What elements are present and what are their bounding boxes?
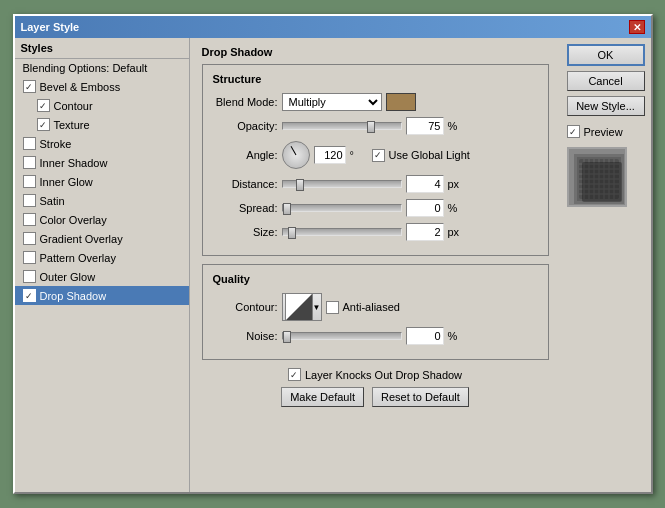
layer-knocks-checkbox[interactable] — [288, 368, 301, 381]
sidebar-item-inner-glow[interactable]: Inner Glow — [15, 172, 189, 191]
noise-input[interactable]: 0 — [406, 327, 444, 345]
distance-input[interactable]: 4 — [406, 175, 444, 193]
contour-label: Contour: — [213, 301, 278, 313]
sidebar-item-inner-shadow[interactable]: Inner Shadow — [15, 153, 189, 172]
inner-glow-checkbox[interactable] — [23, 175, 36, 188]
sidebar-item-pattern-overlay[interactable]: Pattern Overlay — [15, 248, 189, 267]
bevel-emboss-checkbox[interactable] — [23, 80, 36, 93]
distance-thumb[interactable] — [296, 179, 304, 191]
distance-slider[interactable] — [282, 180, 402, 188]
satin-label: Satin — [40, 195, 65, 207]
noise-thumb[interactable] — [283, 331, 291, 343]
angle-dial[interactable] — [282, 141, 310, 169]
stroke-checkbox[interactable] — [23, 137, 36, 150]
svg-marker-0 — [286, 294, 312, 320]
spread-thumb[interactable] — [283, 203, 291, 215]
noise-slider[interactable] — [282, 332, 402, 340]
texture-label: Texture — [54, 119, 90, 131]
spread-label: Spread: — [213, 202, 278, 214]
sidebar-item-texture[interactable]: Texture — [15, 115, 189, 134]
blending-options-label: Blending Options: Default — [23, 62, 148, 74]
outer-glow-checkbox[interactable] — [23, 270, 36, 283]
gradient-overlay-checkbox[interactable] — [23, 232, 36, 245]
texture-checkbox[interactable] — [37, 118, 50, 131]
default-buttons-row: Make Default Reset to Default — [202, 387, 549, 407]
reset-default-button[interactable]: Reset to Default — [372, 387, 469, 407]
sidebar-item-drop-shadow[interactable]: Drop Shadow — [15, 286, 189, 305]
drop-shadow-checkbox[interactable] — [23, 289, 36, 302]
sidebar-item-blending-options[interactable]: Blending Options: Default — [15, 59, 189, 77]
use-global-light-checkbox[interactable] — [372, 149, 385, 162]
size-input[interactable]: 2 — [406, 223, 444, 241]
outer-glow-label: Outer Glow — [40, 271, 96, 283]
quality-section: Quality Contour: ▼ Anti-alia — [202, 264, 549, 360]
sidebar-item-gradient-overlay[interactable]: Gradient Overlay — [15, 229, 189, 248]
size-row: Size: 2 px — [213, 223, 538, 241]
dialog-body: Styles Blending Options: Default Bevel &… — [15, 38, 651, 492]
blend-mode-label: Blend Mode: — [213, 96, 278, 108]
contour-checkbox[interactable] — [37, 99, 50, 112]
size-thumb[interactable] — [288, 227, 296, 239]
distance-row: Distance: 4 px — [213, 175, 538, 193]
sidebar-item-color-overlay[interactable]: Color Overlay — [15, 210, 189, 229]
inner-glow-label: Inner Glow — [40, 176, 93, 188]
distance-unit: px — [448, 178, 466, 190]
cancel-button[interactable]: Cancel — [567, 71, 645, 91]
blend-mode-select[interactable]: Multiply Normal Screen — [282, 93, 382, 111]
preview-checkbox[interactable] — [567, 125, 580, 138]
sidebar-item-outer-glow[interactable]: Outer Glow — [15, 267, 189, 286]
spread-unit: % — [448, 202, 466, 214]
noise-label: Noise: — [213, 330, 278, 342]
contour-row: Contour: ▼ Anti-aliased — [213, 293, 538, 321]
title-bar: Layer Style ✕ — [15, 16, 651, 38]
sidebar-item-contour[interactable]: Contour — [15, 96, 189, 115]
angle-label: Angle: — [213, 149, 278, 161]
layer-knocks-label: Layer Knocks Out Drop Shadow — [305, 369, 462, 381]
use-global-light-label: Use Global Light — [389, 149, 470, 161]
noise-row: Noise: 0 % — [213, 327, 538, 345]
noise-unit: % — [448, 330, 466, 342]
inner-shadow-checkbox[interactable] — [23, 156, 36, 169]
stroke-label: Stroke — [40, 138, 72, 150]
close-button[interactable]: ✕ — [629, 20, 645, 34]
preview-label-row: Preview — [567, 125, 645, 138]
angle-input[interactable]: 120 — [314, 146, 346, 164]
sidebar-item-satin[interactable]: Satin — [15, 191, 189, 210]
new-style-button[interactable]: New Style... — [567, 96, 645, 116]
spread-slider[interactable] — [282, 204, 402, 212]
ok-button[interactable]: OK — [567, 44, 645, 66]
opacity-input[interactable]: 75 — [406, 117, 444, 135]
anti-aliased-checkbox[interactable] — [326, 301, 339, 314]
pattern-overlay-checkbox[interactable] — [23, 251, 36, 264]
styles-header: Styles — [15, 38, 189, 59]
pattern-overlay-label: Pattern Overlay — [40, 252, 116, 264]
spread-row: Spread: 0 % — [213, 199, 538, 217]
inner-shadow-label: Inner Shadow — [40, 157, 108, 169]
opacity-label: Opacity: — [213, 120, 278, 132]
preview-thumbnail — [567, 147, 627, 207]
blend-mode-row: Blend Mode: Multiply Normal Screen — [213, 93, 538, 111]
satin-checkbox[interactable] — [23, 194, 36, 207]
size-slider[interactable] — [282, 228, 402, 236]
right-panel: OK Cancel New Style... Preview — [561, 38, 651, 492]
sidebar-item-bevel-emboss[interactable]: Bevel & Emboss — [15, 77, 189, 96]
main-panel: Drop Shadow Structure Blend Mode: Multip… — [190, 38, 561, 492]
contour-preview — [285, 293, 313, 321]
gradient-overlay-label: Gradient Overlay — [40, 233, 123, 245]
size-unit: px — [448, 226, 466, 238]
shadow-color-swatch[interactable] — [386, 93, 416, 111]
structure-section: Structure Blend Mode: Multiply Normal Sc… — [202, 64, 549, 256]
spread-input[interactable]: 0 — [406, 199, 444, 217]
make-default-button[interactable]: Make Default — [281, 387, 364, 407]
left-panel: Styles Blending Options: Default Bevel &… — [15, 38, 190, 492]
opacity-thumb[interactable] — [367, 121, 375, 133]
main-section-title: Drop Shadow — [202, 46, 549, 58]
layer-knocks-row: Layer Knocks Out Drop Shadow — [202, 368, 549, 381]
opacity-slider[interactable] — [282, 122, 402, 130]
size-label: Size: — [213, 226, 278, 238]
contour-dropdown[interactable]: ▼ — [282, 293, 322, 321]
color-overlay-checkbox[interactable] — [23, 213, 36, 226]
bevel-emboss-label: Bevel & Emboss — [40, 81, 121, 93]
sidebar-item-stroke[interactable]: Stroke — [15, 134, 189, 153]
layer-style-dialog: Layer Style ✕ Styles Blending Options: D… — [13, 14, 653, 494]
